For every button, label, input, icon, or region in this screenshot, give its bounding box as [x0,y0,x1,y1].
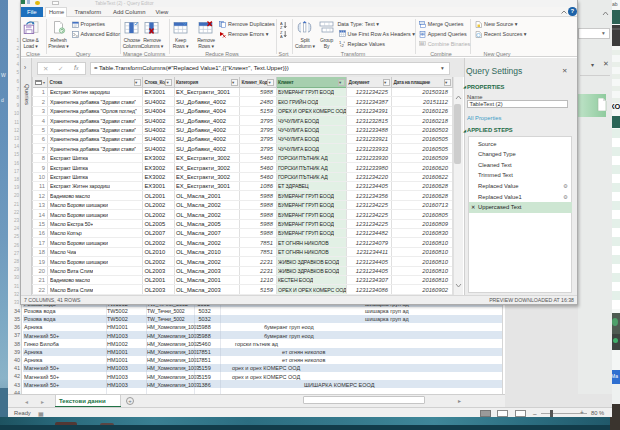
svg-text:AA: AA [420,42,424,46]
svg-text:2: 2 [341,43,344,47]
svg-text:A: A [280,34,283,38]
